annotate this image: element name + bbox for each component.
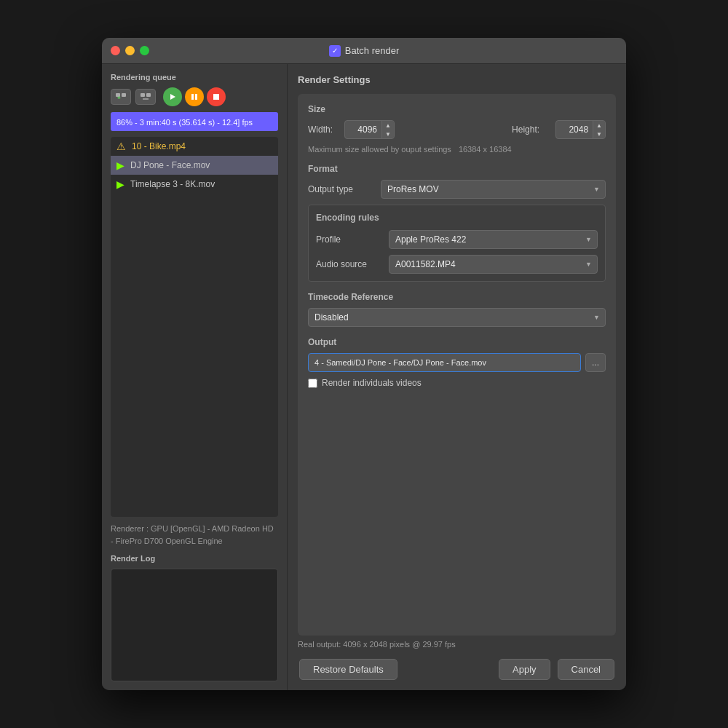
queue-item-name-1: DJ Pone - Face.mov	[130, 160, 210, 170]
queue-item-icon-1: ▶	[116, 159, 124, 171]
svg-rect-1	[122, 93, 126, 97]
maximize-button[interactable]	[140, 46, 149, 55]
queue-item-1[interactable]: ▶ DJ Pone - Face.mov	[111, 156, 278, 175]
output-section: Output ... Render individuals videos	[308, 337, 606, 388]
output-title: Output	[308, 337, 606, 347]
format-section: Format Output type ProRes MOV H.264 MP4 …	[308, 164, 606, 282]
size-row: Width: ▲ ▼ Height:	[308, 120, 606, 139]
titlebar: ✓ Batch render	[102, 38, 626, 64]
window-title: Batch render	[345, 45, 399, 56]
timecode-title: Timecode Reference	[308, 292, 606, 302]
output-type-dropdown-wrap: ProRes MOV H.264 MP4 DNxHD MXF TIFF Sequ…	[381, 180, 606, 199]
max-size-value: 16384 x 16384	[459, 145, 512, 154]
profile-row: Profile Apple ProRes 422 Apple ProRes 42…	[316, 230, 598, 249]
output-path-row: ...	[308, 353, 606, 372]
output-type-row: Output type ProRes MOV H.264 MP4 DNxHD M…	[308, 180, 606, 199]
svg-rect-9	[213, 94, 219, 100]
queue-toolbar: +	[111, 87, 278, 106]
height-label: Height:	[512, 124, 548, 135]
timecode-section: Timecode Reference Disabled Source Manua…	[308, 292, 606, 327]
width-input[interactable]	[345, 124, 381, 135]
queue-item-icon-0: ⚠	[116, 141, 126, 152]
renderer-label: Renderer :	[111, 524, 149, 533]
height-spinbox-btns: ▲ ▼	[593, 121, 605, 138]
window-controls	[111, 46, 149, 55]
cancel-button[interactable]: Cancel	[558, 659, 614, 680]
audio-source-label: Audio source	[316, 259, 381, 269]
render-individuals-checkbox[interactable]	[308, 379, 317, 388]
bottom-buttons: Restore Defaults Apply Cancel	[298, 659, 616, 680]
queue-item-2[interactable]: ▶ Timelapse 3 - 8K.mov	[111, 175, 278, 194]
encoding-rules-box: Encoding rules Profile Apple ProRes 422 …	[308, 205, 606, 282]
width-spin-down[interactable]: ▼	[382, 130, 394, 138]
settings-inner: Size Width: ▲ ▼ Height:	[298, 94, 616, 636]
queue-section-label: Rendering queue	[111, 73, 278, 82]
width-spinbox[interactable]: ▲ ▼	[344, 120, 395, 139]
svg-rect-8	[195, 94, 197, 100]
height-input[interactable]	[556, 124, 593, 135]
bottom-right-buttons: Apply Cancel	[499, 659, 614, 680]
encoding-rules-title: Encoding rules	[316, 213, 598, 223]
queue-item-name-2: Timelapse 3 - 8K.mov	[130, 179, 215, 189]
queue-item-name-0: 10 - Bike.mp4	[132, 141, 186, 151]
output-type-label: Output type	[308, 184, 373, 194]
output-type-select[interactable]: ProRes MOV H.264 MP4 DNxHD MXF TIFF Sequ…	[381, 180, 606, 199]
render-log-label: Render Log	[111, 554, 278, 563]
output-path-input[interactable]	[308, 353, 581, 372]
max-size-row: Maximum size allowed by ouput settings 1…	[308, 145, 606, 154]
width-spin-up[interactable]: ▲	[382, 121, 394, 130]
render-log-section: Render Log	[111, 554, 278, 681]
size-section: Size Width: ▲ ▼ Height:	[308, 104, 606, 154]
close-button[interactable]	[111, 46, 120, 55]
svg-rect-4	[146, 93, 151, 97]
max-size-label: Maximum size allowed by ouput settings	[308, 145, 451, 154]
play-button[interactable]	[163, 87, 182, 106]
apply-button[interactable]: Apply	[499, 659, 550, 680]
browse-button[interactable]: ...	[585, 353, 606, 372]
progress-bar: 86% - 3 min:40 s (35.614 s) - 12.4] fps	[111, 112, 278, 131]
right-panel: Render Settings Size Width: ▲ ▼	[288, 64, 626, 690]
real-output-text: Real output: 4096 x 2048 pixels @ 29.97 …	[298, 640, 616, 649]
audio-source-row: Audio source A0011582.MP4 None	[316, 255, 598, 274]
pause-button[interactable]	[185, 87, 204, 106]
batch-render-window: ✓ Batch render Rendering queue +	[102, 38, 626, 690]
renderer-info: Renderer : GPU [OpenGL] - AMD Radeon HD …	[111, 523, 278, 547]
left-panel: Rendering queue +	[102, 64, 288, 690]
restore-defaults-button[interactable]: Restore Defaults	[299, 659, 397, 680]
profile-label: Profile	[316, 234, 381, 245]
audio-source-dropdown-wrap: A0011582.MP4 None	[389, 255, 598, 274]
add-to-queue-button[interactable]: +	[111, 89, 131, 105]
render-settings-title: Render Settings	[298, 74, 616, 85]
render-individuals-row: Render individuals videos	[308, 378, 606, 388]
stop-button[interactable]	[207, 87, 226, 106]
progress-text: 86% - 3 min:40 s (35.614 s) - 12.4] fps	[116, 118, 253, 127]
queue-list: ⚠ 10 - Bike.mp4 ▶ DJ Pone - Face.mov ▶ T…	[111, 137, 278, 517]
height-spinbox[interactable]: ▲ ▼	[555, 120, 606, 139]
render-individuals-label: Render individuals videos	[322, 378, 422, 388]
format-title: Format	[308, 164, 606, 174]
playback-controls	[163, 87, 226, 106]
width-spinbox-btns: ▲ ▼	[381, 121, 394, 138]
profile-select[interactable]: Apple ProRes 422 Apple ProRes 422 HQ App…	[389, 230, 598, 249]
queue-settings-button[interactable]	[135, 89, 156, 105]
profile-dropdown-wrap: Apple ProRes 422 Apple ProRes 422 HQ App…	[389, 230, 598, 249]
app-icon: ✓	[329, 45, 341, 57]
height-spin-up[interactable]: ▲	[593, 121, 605, 130]
render-log-box	[111, 569, 278, 681]
timecode-select[interactable]: Disabled Source Manual	[308, 308, 606, 327]
size-title: Size	[308, 104, 606, 114]
svg-marker-6	[170, 94, 175, 100]
audio-source-select[interactable]: A0011582.MP4 None	[389, 255, 598, 274]
height-spin-down[interactable]: ▼	[593, 130, 605, 138]
timecode-dropdown-wrap: Disabled Source Manual	[308, 308, 606, 327]
svg-text:+: +	[117, 95, 121, 101]
width-label: Width:	[308, 124, 337, 135]
window-title-area: ✓ Batch render	[329, 45, 399, 57]
queue-item-0[interactable]: ⚠ 10 - Bike.mp4	[111, 137, 278, 156]
svg-rect-7	[191, 94, 194, 100]
minimize-button[interactable]	[125, 46, 135, 55]
svg-rect-3	[141, 93, 145, 97]
queue-item-icon-2: ▶	[116, 178, 124, 190]
